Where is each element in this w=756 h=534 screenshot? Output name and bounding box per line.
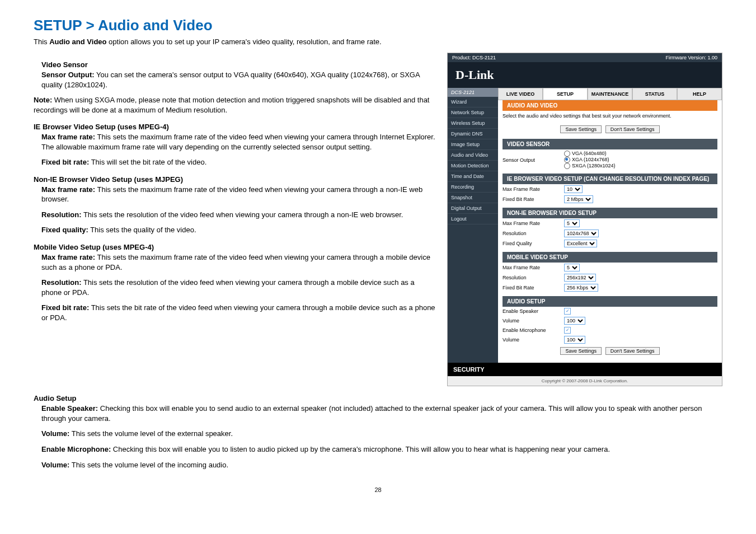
radio-xga-label: XGA (1024x768) [572,157,609,162]
sensor-output-text: You can set the camera's sensor output t… [41,71,420,89]
nonie-fix-para: Fixed quality: This sets the quality of … [41,225,436,235]
sidebar-item-snapshot[interactable]: Snapshot [448,193,498,203]
sidebar-item-audio-video[interactable]: Audio and Video [448,150,498,161]
ui-model: DCS-2121 [448,88,498,97]
ie-max-label: Max frame rate: [41,133,95,141]
note-para: Note: When using SXGA mode, please note … [34,95,436,115]
intro-text: This Audio and Video option allows you t… [34,38,722,46]
audio-mic-text: Checking this box will enable you to lis… [111,445,610,453]
audio-vol1-para: Volume: This sets the volume level of th… [41,429,722,439]
select-mb-bit-rate[interactable]: 256 Kbps [564,284,598,292]
select-ni-resolution[interactable]: 1024x768 [564,229,599,237]
ie-max-para: Max frame rate: This sets the maximum fr… [41,132,436,152]
audio-vol1-text: This sets the volume level of the extern… [69,429,233,438]
section-bar-audio-setup: AUDIO SETUP [503,296,717,307]
select-ie-max-frame[interactable]: 10 [564,185,583,193]
select-ni-max-frame[interactable]: 5 [564,219,580,227]
nonie-res-label: Resolution: [41,210,82,219]
label-ie-bit-rate: Fixed Bit Rate [503,196,564,202]
audio-vol2-text: This sets the volume level of the incomi… [69,461,228,469]
save-settings-button-top[interactable]: Save Settings [560,125,602,133]
label-ni-resolution: Resolution [503,231,564,236]
sensor-output-para: Sensor Output: You can set the camera's … [41,70,436,90]
select-speaker-volume[interactable]: 100 [564,317,585,325]
sidebar-item-wizard[interactable]: Wizard [448,97,498,107]
sidebar-item-time[interactable]: Time and Date [448,171,498,182]
note-label: Note: [34,96,52,104]
sidebar-item-image[interactable]: Image Setup [448,139,498,150]
intro-bold: Audio and Video [49,38,106,46]
checkbox-enable-microphone[interactable]: ✓ [564,327,571,334]
ui-copyright: Copyright © 2007-2008 D-Link Corporation… [448,376,722,386]
audio-mic-label: Enable Microphone: [41,445,111,453]
audio-vol2-label: Volume: [41,461,69,469]
mobile-res-text: This sets the resolution of the video fe… [41,278,415,297]
mobile-res-para: Resolution: This sets the resolution of … [41,278,436,297]
audio-speaker-text: Checking this box will enable you to sen… [41,404,702,423]
mobile-fix-para: Fixed bit rate: This sets the bit rate o… [41,303,436,322]
radio-sxga-label: SXGA (1280x1024) [572,163,616,168]
select-ni-quality[interactable]: Excellent [564,240,597,247]
sidebar-item-digital-output[interactable]: Digital Output [448,203,498,214]
audio-speaker-label: Enable Speaker: [41,404,98,413]
dont-save-button-bottom[interactable]: Don't Save Settings [605,347,660,355]
ui-firmware: Firmware Version: 1.00 [665,55,717,60]
sidebar-item-motion[interactable]: Motion Detection [448,161,498,171]
screenshot-dlink-ui: Product: DCS-2121 Firmware Version: 1.00… [447,53,722,386]
label-mb-max-frame: Max Frame Rate [503,265,564,270]
mobile-res-label: Resolution: [41,278,82,287]
page-number: 28 [34,486,722,493]
ui-description: Select the audio and video settings that… [503,111,717,123]
audio-mic-para: Enable Microphone: Checking this box wil… [41,444,722,455]
nonie-res-text: This sets the resolution of the video fe… [82,210,403,219]
ie-fix-text: This will set the bit rate of the video. [89,158,206,166]
intro-pre: This [34,38,49,46]
intro-post: option allows you to set up your IP came… [107,38,382,46]
sidebar-item-network[interactable]: Network Setup [448,107,498,118]
save-settings-button-bottom[interactable]: Save Settings [560,347,602,355]
radio-xga[interactable] [564,157,570,163]
ie-fix-label: Fixed bit rate: [41,158,89,166]
label-mic-volume: Volume [503,337,564,343]
nonie-max-para: Max frame rate: This sets the maximum fr… [41,185,436,204]
radio-vga[interactable] [564,151,570,157]
note-text: When using SXGA mode, please note that m… [34,96,429,114]
label-mb-bit-rate: Fixed Bit Rate [503,285,564,291]
ui-footer-security: SECURITY [448,363,722,376]
tab-status[interactable]: STATUS [632,88,677,100]
nonie-max-text: This sets the maximum frame rate of the … [41,185,422,204]
section-bar-ie-browser: IE BROWSER VIDEO SETUP (CAN CHANGE RESOL… [503,174,717,184]
label-ni-quality: Fixed Quality [503,241,564,246]
page-title: SETUP > Audio and Video [34,17,722,34]
tab-live-video[interactable]: LIVE VIDEO [498,88,543,100]
select-mb-resolution[interactable]: 256x192 [564,274,596,282]
dont-save-button-top[interactable]: Don't Save Settings [605,125,660,133]
nonie-fix-label: Fixed quality: [41,226,88,234]
ie-fix-para: Fixed bit rate: This will set the bit ra… [41,157,436,167]
sidebar-item-recording[interactable]: Recording [448,182,498,193]
label-sensor-output: Sensor Output [503,157,564,163]
heading-nonie-browser: Non-IE Browser Video Setup (uses MJPEG) [34,175,436,184]
select-mic-volume[interactable]: 100 [564,336,585,344]
select-mb-max-frame[interactable]: 5 [564,264,580,271]
heading-mobile: Mobile Video Setup (uses MPEG-4) [34,243,436,251]
heading-audio-setup: Audio Setup [34,394,722,402]
label-speaker-volume: Volume [503,318,564,324]
mobile-max-label: Max frame rate: [41,253,95,261]
checkbox-enable-speaker[interactable]: ✓ [564,308,571,315]
ui-product: Product: DCS-2121 [452,55,496,60]
sidebar-item-logout[interactable]: Logout [448,214,498,224]
sidebar-item-ddns[interactable]: Dynamic DNS [448,129,498,139]
mobile-fix-label: Fixed bit rate: [41,303,89,312]
heading-video-sensor: Video Sensor [41,60,436,69]
radio-sxga[interactable] [564,163,570,169]
tab-setup[interactable]: SETUP [543,88,588,100]
sidebar-item-wireless[interactable]: Wireless Setup [448,118,498,129]
ie-max-text: This sets the maximum frame rate of the … [41,133,435,151]
mobile-fix-text: This sets the bit rate of the video feed… [41,303,435,322]
tab-maintenance[interactable]: MAINTENANCE [588,88,632,100]
section-bar-mobile: MOBILE VIDEO SETUP [503,252,717,263]
tab-help[interactable]: HELP [677,88,722,100]
nonie-res-para: Resolution: This sets the resolution of … [41,210,436,220]
select-ie-bit-rate[interactable]: 2 Mbps [564,195,593,203]
